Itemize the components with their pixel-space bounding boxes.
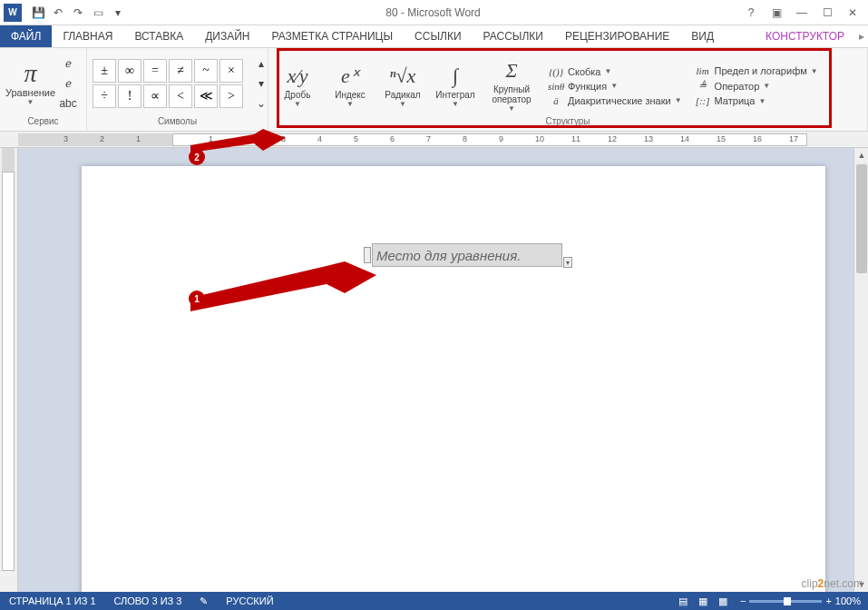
matrix-button[interactable]: [::]Матрица▼ xyxy=(691,94,822,107)
professional-icon[interactable]: ℯ xyxy=(59,54,77,73)
undo-icon[interactable]: ↶ xyxy=(49,4,67,22)
script-button[interactable]: eˣ Индекс ▼ xyxy=(327,63,374,108)
scrollbar-vertical[interactable]: ▲ ▼ xyxy=(853,148,868,592)
pi-icon: π xyxy=(24,60,37,87)
symbol-cell[interactable]: < xyxy=(169,84,192,108)
view-web-icon[interactable]: ▩ xyxy=(713,592,733,610)
gallery-up-icon[interactable]: ▴ xyxy=(252,54,270,73)
view-print-icon[interactable]: ▦ xyxy=(693,592,713,610)
chevron-down-icon: ▼ xyxy=(346,100,354,108)
tab-file[interactable]: ФАЙЛ xyxy=(0,25,52,47)
symbol-cell[interactable]: > xyxy=(219,84,243,108)
chevron-down-icon: ▼ xyxy=(508,104,515,113)
ribbon-options-icon[interactable]: ▣ xyxy=(765,4,788,22)
tab-references[interactable]: ССЫЛКИ xyxy=(404,25,472,47)
symbol-cell[interactable]: ! xyxy=(118,84,141,108)
gallery-more-icon[interactable]: ⌄ xyxy=(252,94,270,113)
symbol-cell[interactable]: ÷ xyxy=(93,84,116,108)
fraction-button[interactable]: x⁄y Дробь ▼ xyxy=(274,63,321,108)
gallery-down-icon[interactable]: ▾ xyxy=(252,74,270,93)
equation-button[interactable]: π Уравнение ▼ xyxy=(5,60,55,106)
close-button[interactable]: ✕ xyxy=(841,4,864,22)
ribbon-tabs: ФАЙЛ ГЛАВНАЯ ВСТАВКА ДИЗАЙН РАЗМЕТКА СТР… xyxy=(0,25,868,48)
view-read-icon[interactable]: ▤ xyxy=(673,592,693,610)
structures-list-col2: limПредел и логарифм▼ ≜Оператор▼ [::]Мат… xyxy=(691,63,822,107)
maximize-button[interactable]: ☐ xyxy=(815,4,839,22)
callout-badge-2: 2 xyxy=(189,149,205,165)
ruler-horizontal[interactable]: 3 2 1 1 2 3 4 5 6 7 8 9 10 11 12 13 14 1… xyxy=(0,132,868,148)
tab-constructor[interactable]: КОНСТРУКТОР xyxy=(755,25,855,47)
scroll-thumb[interactable] xyxy=(856,164,867,273)
large-operator-button[interactable]: Σ Крупный оператор ▼ xyxy=(484,57,539,113)
ribbon: π Уравнение ▼ ℯ ℯ abc Сервис ± ∞ = ≠ ~ ×… xyxy=(0,48,868,132)
scroll-up-icon[interactable]: ▲ xyxy=(854,148,868,162)
save-icon[interactable]: 💾 xyxy=(29,4,47,22)
status-language[interactable]: РУССКИЙ xyxy=(217,595,282,606)
redo-icon[interactable]: ↷ xyxy=(69,4,87,22)
quick-access-toolbar: 💾 ↶ ↷ ▭ ▾ xyxy=(25,4,127,22)
symbol-cell[interactable]: ~ xyxy=(194,59,218,83)
watermark: clip2net.com xyxy=(802,577,863,590)
symbol-gallery: ± ∞ = ≠ ~ × ÷ ! ∝ < ≪ > xyxy=(93,59,243,108)
chevron-down-icon: ▼ xyxy=(294,100,301,108)
page[interactable]: Место для уравнения. ▼ xyxy=(82,166,825,592)
tab-layout[interactable]: РАЗМЕТКА СТРАНИЦЫ xyxy=(261,25,405,47)
operator-button[interactable]: ≜Оператор▼ xyxy=(691,79,822,93)
linear-icon[interactable]: ℯ xyxy=(59,74,77,93)
status-page[interactable]: СТРАНИЦА 1 ИЗ 1 xyxy=(0,595,105,606)
group-structures: x⁄y Дробь ▼ eˣ Индекс ▼ ⁿ√x Радикал ▼ ∫ … xyxy=(268,48,868,131)
qat-dropdown-icon[interactable]: ▾ xyxy=(109,4,127,22)
status-proofing-icon[interactable]: ✎ xyxy=(190,595,217,607)
symbol-cell[interactable]: ∝ xyxy=(143,84,167,108)
zoom-out-icon[interactable]: − xyxy=(740,595,746,606)
status-words[interactable]: СЛОВО 3 ИЗ 3 xyxy=(105,595,191,606)
zoom-in-icon[interactable]: + xyxy=(825,595,831,606)
symbol-cell[interactable]: ≪ xyxy=(194,84,218,108)
group-symbols: ± ∞ = ≠ ~ × ÷ ! ∝ < ≪ > ▴ ▾ ⌄ Символы xyxy=(87,48,268,131)
bracket-button[interactable]: {()}Скобка▼ xyxy=(544,65,686,78)
chevron-down-icon: ▼ xyxy=(399,100,406,108)
ruler-vertical[interactable] xyxy=(0,148,18,592)
document-viewport[interactable]: Место для уравнения. ▼ xyxy=(18,148,853,592)
work-area: Место для уравнения. ▼ ▲ ▼ xyxy=(0,148,868,592)
integral-button[interactable]: ∫ Интеграл ▼ xyxy=(432,63,479,108)
symbol-cell[interactable]: × xyxy=(219,59,243,83)
equation-move-handle[interactable] xyxy=(364,247,371,263)
symbol-cell[interactable]: ∞ xyxy=(118,59,141,83)
normal-text-icon[interactable]: abc xyxy=(59,94,77,113)
tab-home[interactable]: ГЛАВНАЯ xyxy=(52,25,123,47)
function-button[interactable]: sinθФункция▼ xyxy=(544,80,686,93)
callout-badge-1: 1 xyxy=(189,290,205,307)
radical-button[interactable]: ⁿ√x Радикал ▼ xyxy=(379,63,426,108)
tab-insert[interactable]: ВСТАВКА xyxy=(123,25,194,47)
tabs-overflow-icon[interactable]: ▸ xyxy=(855,25,868,47)
symbol-cell[interactable]: ± xyxy=(93,59,116,83)
touch-icon[interactable]: ▭ xyxy=(89,4,107,22)
symbol-cell[interactable]: ≠ xyxy=(169,59,192,83)
equation-options-dropdown[interactable]: ▼ xyxy=(563,257,572,268)
group-service: π Уравнение ▼ ℯ ℯ abc Сервис xyxy=(0,48,87,131)
accent-button[interactable]: äДиакритические знаки▼ xyxy=(544,94,686,107)
symbol-cell[interactable]: = xyxy=(143,59,167,83)
zoom-slider[interactable] xyxy=(749,600,822,603)
minimize-button[interactable]: — xyxy=(790,4,814,22)
equation-placeholder[interactable]: Место для уравнения. ▼ xyxy=(372,243,562,267)
window-controls: ? ▣ — ☐ ✕ xyxy=(739,4,868,22)
structures-list-col1: {()}Скобка▼ sinθФункция▼ äДиакритические… xyxy=(544,64,686,107)
app-icon: W xyxy=(4,4,22,22)
window-title: 80 - Microsoft Word xyxy=(127,6,739,19)
help-icon[interactable]: ? xyxy=(739,4,763,22)
titlebar: W 💾 ↶ ↷ ▭ ▾ 80 - Microsoft Word ? ▣ — ☐ … xyxy=(0,0,868,25)
statusbar: СТРАНИЦА 1 ИЗ 1 СЛОВО 3 ИЗ 3 ✎ РУССКИЙ ▤… xyxy=(0,592,868,610)
chevron-down-icon: ▼ xyxy=(27,98,34,106)
service-tools: ℯ ℯ abc xyxy=(55,53,81,114)
limit-log-button[interactable]: limПредел и логарифм▼ xyxy=(691,64,822,77)
tab-mailings[interactable]: РАССЫЛКИ xyxy=(473,25,554,47)
chevron-down-icon: ▼ xyxy=(452,100,459,108)
tab-design[interactable]: ДИЗАЙН xyxy=(194,25,260,47)
tab-review[interactable]: РЕЦЕНЗИРОВАНИЕ xyxy=(554,25,680,47)
zoom-value[interactable]: 100% xyxy=(835,595,861,606)
zoom-control[interactable]: − + 100% xyxy=(733,595,868,606)
tab-view[interactable]: ВИД xyxy=(680,25,725,47)
